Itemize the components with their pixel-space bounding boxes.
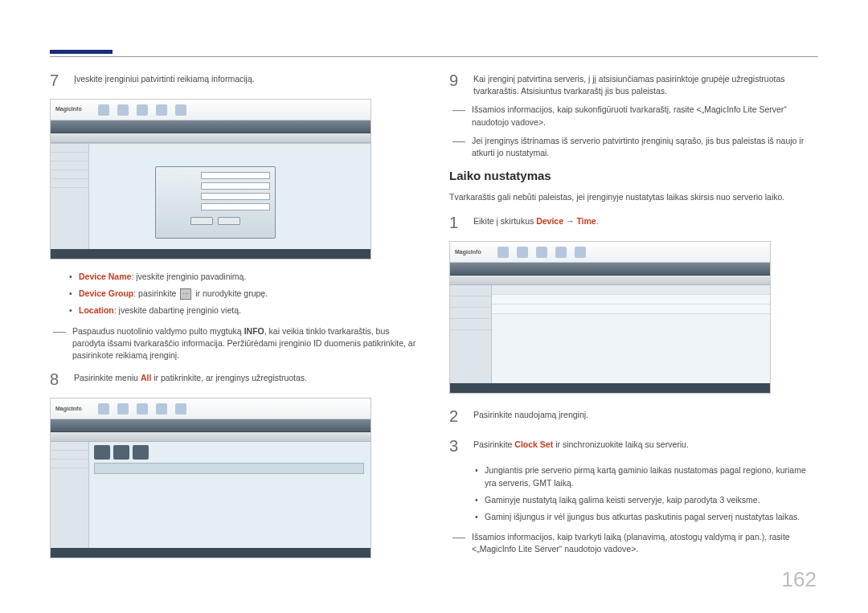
dlg-input — [201, 172, 270, 179]
chip-icon — [113, 445, 129, 460]
intro-para: Tvarkaraštis gali nebūti paleistas, jei … — [449, 191, 818, 203]
bullet-device-group: Device Group: pasirinkite ⋯ ir nurodykit… — [69, 288, 419, 300]
note-info: ― Paspaudus nuotolinio valdymo pulto myg… — [53, 325, 419, 362]
hdr-icon — [117, 104, 129, 116]
ellipsis-button-icon: ⋯ — [180, 288, 191, 300]
step-number: 7 — [50, 69, 64, 92]
s1-b: Time — [576, 216, 596, 226]
step-number: 2 — [449, 405, 464, 428]
table-row — [492, 304, 770, 314]
bullet-rest-pre: : pasirinkite — [133, 288, 178, 298]
step-number: 8 — [50, 368, 64, 391]
step-1: 1 Eikite į skirtukus Device → Time. — [449, 211, 818, 235]
s1-pre: Eikite į skirtukus — [473, 216, 536, 226]
bullet-rest: : įveskite įrenginio pavadinimą. — [131, 272, 246, 281]
dlg-input — [201, 182, 270, 190]
step-number: 1 — [449, 211, 464, 235]
s8-pre: Pasirinkite meniu — [74, 373, 141, 382]
bullet-rest: : įveskite dabartinę įrenginio vietą. — [114, 305, 241, 315]
hdr-icon — [137, 403, 148, 415]
table-header-row — [492, 285, 770, 295]
hdr-icon — [137, 104, 148, 116]
dash-icon: ― — [452, 104, 465, 116]
dlg-input — [201, 193, 270, 200]
s1-a: Device — [536, 216, 563, 226]
shot-sidebar — [51, 442, 89, 548]
header-icons — [98, 403, 186, 415]
dlg-input — [201, 203, 270, 210]
hdr-icon — [98, 403, 109, 415]
header-icons — [497, 247, 586, 258]
shot-footer — [51, 548, 371, 558]
hdr-icon — [156, 104, 167, 116]
step-text: Kai įrenginį patvirtina serveris, į jį a… — [473, 69, 818, 97]
note-delete-device: ― Jei įrenginys ištrinamas iš serverio p… — [452, 135, 818, 159]
dash-icon: ― — [452, 135, 465, 148]
s8-post: ir patikrinkite, ar įrenginys užregistru… — [151, 373, 307, 382]
s1-post: . — [596, 216, 599, 226]
step-text: Eikite į skirtukus Device → Time. — [473, 211, 818, 227]
hdr-icon — [555, 247, 567, 258]
shot-toolbar — [450, 263, 770, 276]
time-bullet: Gaminį išjungus ir vėl įjungus bus atkur… — [475, 511, 818, 523]
hdr-icon — [175, 104, 186, 116]
info-bold: INFO — [244, 326, 264, 336]
s3-post: ir sinchronizuokite laiką su serveriu. — [553, 439, 689, 449]
step-2: 2 Pasirinkite naudojamą įrenginį. — [449, 405, 818, 428]
screenshot-time: MagicInfo — [449, 241, 771, 394]
step-text: Pasirinkite meniu All ir patikrinkite, a… — [74, 368, 419, 384]
dash-icon: ― — [53, 325, 66, 338]
shot-footer — [51, 249, 371, 259]
note-text: Jei įrenginys ištrinamas iš serverio pat… — [472, 135, 818, 159]
left-column: 7 Įveskite įrenginiui patvirtinti reikia… — [50, 69, 419, 570]
hdr-icon — [117, 403, 129, 415]
note-text: Paspaudus nuotolinio valdymo pulto mygtu… — [72, 325, 419, 362]
hdr-icon — [575, 247, 586, 258]
bullet-location: Location: įveskite dabartinę įrenginio v… — [69, 304, 419, 317]
time-bullet: Gaminyje nustatytą laiką galima keisti s… — [475, 494, 818, 506]
device-row — [94, 463, 364, 474]
time-bullets: Jungiantis prie serverio pirmą kartą gam… — [475, 464, 818, 523]
hdr-icon — [156, 403, 167, 415]
shot-toolbar — [51, 419, 371, 432]
app-logo: MagicInfo — [55, 405, 82, 413]
step-3: 3 Pasirinkite Clock Set ir sinchronizuok… — [449, 435, 818, 458]
step-number: 9 — [449, 69, 464, 92]
s1-arrow: → — [563, 216, 576, 226]
hdr-icon — [536, 247, 547, 258]
s3-link: Clock Set — [514, 439, 553, 449]
approve-dialog — [155, 166, 276, 239]
screenshot-all-list: MagicInfo — [50, 398, 371, 558]
dlg-ok-button — [190, 217, 213, 225]
dlg-cancel-button — [218, 217, 240, 225]
field-bullets: Device Name: įveskite įrenginio pavadini… — [69, 271, 419, 317]
time-bullet: Jungiantis prie serverio pirmą kartą gam… — [475, 464, 818, 488]
shot-footer — [450, 383, 770, 393]
app-logo: MagicInfo — [55, 105, 82, 113]
header-icons — [98, 104, 186, 116]
s3-pre: Pasirinkite — [473, 439, 514, 449]
s8-link: All — [141, 373, 151, 382]
shot-subtoolbar — [51, 133, 371, 143]
shot-subtoolbar — [450, 276, 770, 285]
page-content: 7 Įveskite įrenginiui patvirtinti reikia… — [0, 0, 868, 594]
dash-icon: ― — [452, 531, 465, 544]
shot-toolbar — [51, 121, 371, 133]
bullet-device-name: Device Name: įveskite įrenginio pavadini… — [69, 271, 419, 283]
header-rule — [50, 56, 818, 57]
bullet-label: Device Name — [79, 272, 131, 281]
step-text: Įveskite įrenginiui patvirtinti reikiamą… — [74, 69, 419, 85]
step-number: 3 — [449, 435, 464, 458]
bullet-label: Location — [79, 305, 114, 315]
hdr-icon — [517, 247, 528, 258]
note-guide-1: ― Išsamios informacijos, kaip sukonfigūr… — [452, 104, 818, 128]
note-guide-2: ― Išsamios informacijos, kaip tvarkyti l… — [452, 531, 818, 555]
toolbar-chips — [94, 445, 149, 460]
table-row — [492, 295, 770, 304]
bullet-label: Device Group — [79, 288, 133, 298]
section-heading: Laiko nustatymas — [449, 167, 818, 185]
chip-icon — [94, 445, 110, 460]
shot-sidebar — [51, 144, 89, 249]
step-text: Pasirinkite Clock Set ir sinchronizuokit… — [473, 435, 818, 451]
bullet-rest-post: ir nurodykite grupę. — [193, 288, 268, 298]
